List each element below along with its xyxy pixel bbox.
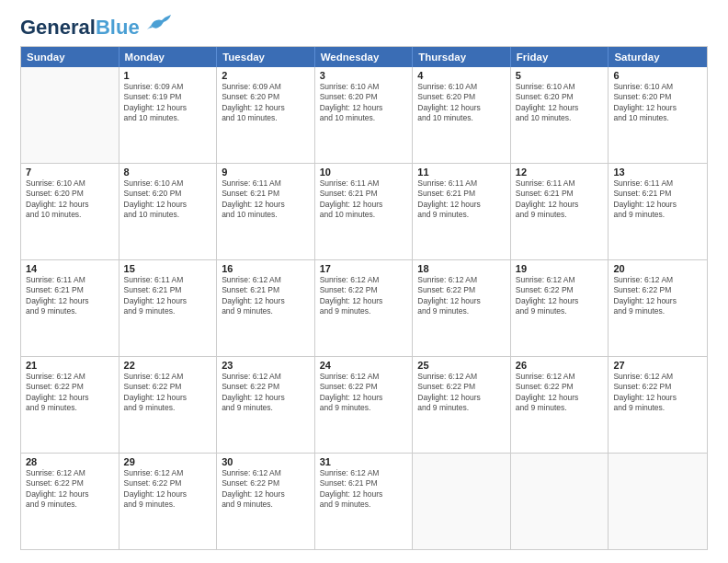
day-number: 11 xyxy=(417,167,506,178)
day-info: Sunrise: 6:12 AM Sunset: 6:22 PM Dayligh… xyxy=(320,275,408,317)
calendar-cell: 18Sunrise: 6:12 AM Sunset: 6:22 PM Dayli… xyxy=(413,260,511,356)
day-number: 22 xyxy=(124,360,212,371)
logo-blue: Blue xyxy=(96,16,140,39)
day-number: 10 xyxy=(320,167,408,178)
day-number: 15 xyxy=(124,263,212,274)
day-info: Sunrise: 6:12 AM Sunset: 6:22 PM Dayligh… xyxy=(26,372,114,414)
calendar-cell: 27Sunrise: 6:12 AM Sunset: 6:22 PM Dayli… xyxy=(609,357,707,453)
day-info: Sunrise: 6:10 AM Sunset: 6:20 PM Dayligh… xyxy=(26,178,114,221)
day-info: Sunrise: 6:09 AM Sunset: 6:20 PM Dayligh… xyxy=(222,82,310,124)
calendar-row: 14Sunrise: 6:11 AM Sunset: 6:21 PM Dayli… xyxy=(21,259,707,356)
day-number: 29 xyxy=(124,456,212,467)
calendar-cell: 10Sunrise: 6:11 AM Sunset: 6:21 PM Dayli… xyxy=(315,164,414,259)
weekday-header: Wednesday xyxy=(315,47,414,67)
day-number: 2 xyxy=(222,70,310,81)
calendar-cell xyxy=(609,454,707,549)
calendar-cell: 7Sunrise: 6:10 AM Sunset: 6:20 PM Daylig… xyxy=(21,164,119,259)
day-info: Sunrise: 6:12 AM Sunset: 6:22 PM Dayligh… xyxy=(26,468,114,511)
day-number: 17 xyxy=(320,263,408,274)
calendar-body: 1Sunrise: 6:09 AM Sunset: 6:19 PM Daylig… xyxy=(21,67,707,549)
weekday-header: Sunday xyxy=(21,47,119,67)
day-number: 5 xyxy=(516,70,604,81)
calendar-cell: 26Sunrise: 6:12 AM Sunset: 6:22 PM Dayli… xyxy=(511,357,609,453)
day-info: Sunrise: 6:11 AM Sunset: 6:21 PM Dayligh… xyxy=(124,275,212,317)
calendar-cell: 28Sunrise: 6:12 AM Sunset: 6:22 PM Dayli… xyxy=(21,454,119,549)
day-number: 3 xyxy=(320,70,408,81)
calendar-row: 21Sunrise: 6:12 AM Sunset: 6:22 PM Dayli… xyxy=(21,356,707,453)
calendar-cell xyxy=(21,67,119,163)
calendar-cell: 30Sunrise: 6:12 AM Sunset: 6:22 PM Dayli… xyxy=(217,454,315,549)
day-number: 4 xyxy=(417,70,506,81)
calendar-cell: 8Sunrise: 6:10 AM Sunset: 6:20 PM Daylig… xyxy=(119,164,218,259)
day-info: Sunrise: 6:10 AM Sunset: 6:20 PM Dayligh… xyxy=(320,82,408,124)
weekday-header: Monday xyxy=(119,47,218,67)
day-number: 9 xyxy=(222,167,310,178)
day-info: Sunrise: 6:12 AM Sunset: 6:21 PM Dayligh… xyxy=(222,275,310,317)
day-info: Sunrise: 6:11 AM Sunset: 6:21 PM Dayligh… xyxy=(320,178,408,221)
day-info: Sunrise: 6:12 AM Sunset: 6:22 PM Dayligh… xyxy=(613,275,702,317)
day-info: Sunrise: 6:12 AM Sunset: 6:22 PM Dayligh… xyxy=(516,372,604,414)
calendar-cell: 3Sunrise: 6:10 AM Sunset: 6:20 PM Daylig… xyxy=(315,67,414,163)
day-info: Sunrise: 6:10 AM Sunset: 6:20 PM Dayligh… xyxy=(516,82,604,124)
weekday-header: Saturday xyxy=(609,47,707,67)
calendar-row: 7Sunrise: 6:10 AM Sunset: 6:20 PM Daylig… xyxy=(21,163,707,259)
calendar-cell xyxy=(413,454,511,549)
day-info: Sunrise: 6:11 AM Sunset: 6:21 PM Dayligh… xyxy=(417,178,506,221)
logo: GeneralBlue xyxy=(20,17,173,39)
calendar-cell: 11Sunrise: 6:11 AM Sunset: 6:21 PM Dayli… xyxy=(413,164,511,259)
calendar-cell: 24Sunrise: 6:12 AM Sunset: 6:22 PM Dayli… xyxy=(315,357,414,453)
calendar-cell: 1Sunrise: 6:09 AM Sunset: 6:19 PM Daylig… xyxy=(119,67,218,163)
day-info: Sunrise: 6:12 AM Sunset: 6:22 PM Dayligh… xyxy=(320,372,408,414)
calendar-cell: 16Sunrise: 6:12 AM Sunset: 6:21 PM Dayli… xyxy=(217,260,315,356)
day-info: Sunrise: 6:12 AM Sunset: 6:22 PM Dayligh… xyxy=(124,372,212,414)
day-info: Sunrise: 6:12 AM Sunset: 6:22 PM Dayligh… xyxy=(516,275,604,317)
day-number: 18 xyxy=(417,263,506,274)
calendar-cell: 5Sunrise: 6:10 AM Sunset: 6:20 PM Daylig… xyxy=(511,67,609,163)
calendar-cell: 20Sunrise: 6:12 AM Sunset: 6:22 PM Dayli… xyxy=(609,260,707,356)
calendar-cell: 9Sunrise: 6:11 AM Sunset: 6:21 PM Daylig… xyxy=(217,164,315,259)
calendar-cell xyxy=(511,454,609,549)
day-info: Sunrise: 6:12 AM Sunset: 6:22 PM Dayligh… xyxy=(417,275,506,317)
day-number: 24 xyxy=(320,360,408,371)
day-number: 6 xyxy=(613,70,702,81)
calendar-cell: 13Sunrise: 6:11 AM Sunset: 6:21 PM Dayli… xyxy=(609,164,707,259)
day-info: Sunrise: 6:11 AM Sunset: 6:21 PM Dayligh… xyxy=(516,178,604,221)
day-number: 23 xyxy=(222,360,310,371)
day-info: Sunrise: 6:10 AM Sunset: 6:20 PM Dayligh… xyxy=(613,82,702,124)
weekday-header: Thursday xyxy=(413,47,511,67)
header: GeneralBlue xyxy=(20,17,708,39)
day-info: Sunrise: 6:10 AM Sunset: 6:20 PM Dayligh… xyxy=(417,82,506,124)
day-info: Sunrise: 6:10 AM Sunset: 6:20 PM Dayligh… xyxy=(124,178,212,221)
day-number: 14 xyxy=(26,263,114,274)
day-number: 20 xyxy=(613,263,702,274)
day-info: Sunrise: 6:12 AM Sunset: 6:22 PM Dayligh… xyxy=(124,468,212,511)
calendar-cell: 31Sunrise: 6:12 AM Sunset: 6:21 PM Dayli… xyxy=(315,454,414,549)
calendar-cell: 15Sunrise: 6:11 AM Sunset: 6:21 PM Dayli… xyxy=(119,260,218,356)
calendar-row: 1Sunrise: 6:09 AM Sunset: 6:19 PM Daylig… xyxy=(21,67,707,163)
day-number: 27 xyxy=(613,360,702,371)
calendar: SundayMondayTuesdayWednesdayThursdayFrid… xyxy=(20,46,708,550)
logo-text: GeneralBlue xyxy=(20,17,140,38)
page: GeneralBlue SundayMondayTuesdayWednesday… xyxy=(0,0,728,563)
day-number: 21 xyxy=(26,360,114,371)
calendar-cell: 14Sunrise: 6:11 AM Sunset: 6:21 PM Dayli… xyxy=(21,260,119,356)
calendar-cell: 19Sunrise: 6:12 AM Sunset: 6:22 PM Dayli… xyxy=(511,260,609,356)
day-info: Sunrise: 6:12 AM Sunset: 6:22 PM Dayligh… xyxy=(222,372,310,414)
day-info: Sunrise: 6:12 AM Sunset: 6:22 PM Dayligh… xyxy=(417,372,506,414)
calendar-header: SundayMondayTuesdayWednesdayThursdayFrid… xyxy=(21,47,707,67)
day-info: Sunrise: 6:12 AM Sunset: 6:22 PM Dayligh… xyxy=(222,468,310,511)
weekday-header: Tuesday xyxy=(217,47,315,67)
day-info: Sunrise: 6:11 AM Sunset: 6:21 PM Dayligh… xyxy=(26,275,114,317)
calendar-cell: 4Sunrise: 6:10 AM Sunset: 6:20 PM Daylig… xyxy=(413,67,511,163)
calendar-cell: 25Sunrise: 6:12 AM Sunset: 6:22 PM Dayli… xyxy=(413,357,511,453)
day-number: 26 xyxy=(516,360,604,371)
calendar-cell: 22Sunrise: 6:12 AM Sunset: 6:22 PM Dayli… xyxy=(119,357,218,453)
day-number: 12 xyxy=(516,167,604,178)
day-number: 30 xyxy=(222,456,310,467)
day-info: Sunrise: 6:12 AM Sunset: 6:22 PM Dayligh… xyxy=(613,372,702,414)
day-number: 19 xyxy=(516,263,604,274)
day-number: 28 xyxy=(26,456,114,467)
calendar-cell: 29Sunrise: 6:12 AM Sunset: 6:22 PM Dayli… xyxy=(119,454,218,549)
weekday-header: Friday xyxy=(511,47,609,67)
day-number: 31 xyxy=(320,456,408,467)
